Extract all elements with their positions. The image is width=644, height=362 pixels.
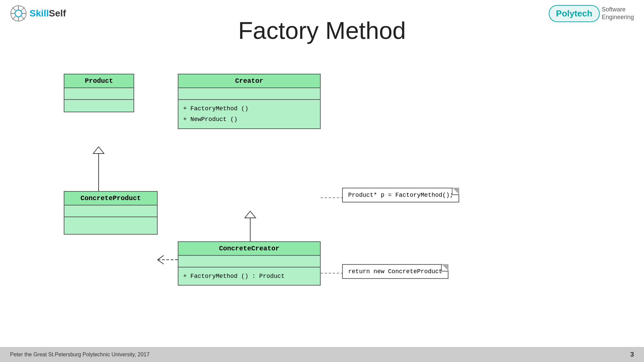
concrete-creator-header: ConcreteCreator [178,242,320,256]
svg-line-6 [12,7,16,11]
creator-class-attrs [178,88,320,100]
concrete-product-attrs [64,205,157,217]
concrete-creator-attrs [178,256,320,267]
svg-marker-13 [245,211,256,218]
product-class-methods [64,100,133,112]
page-title: Factory Method [0,17,644,44]
concrete-creator-methods: + FactoryMethod () : Product [178,267,320,285]
product-class-attrs [64,88,133,100]
footer-page-number: 3 [630,351,634,358]
concrete-creator-class: ConcreteCreator + FactoryMethod () : Pro… [178,241,321,286]
concrete-product-class: ConcreteProduct [64,191,158,235]
svg-marker-11 [93,147,104,154]
footer-copyright: Peter the Great St.Petersburg Polytechni… [10,352,150,358]
product-class: Product [64,74,134,112]
concrete-product-header: ConcreteProduct [64,192,157,205]
concrete-product-methods [64,217,157,234]
note-return-concrete: return new ConcreteProduct [342,264,448,279]
uml-diagram: Product Creator + FactoryMethod ()+ NewP… [27,67,463,228]
note-factory-method: Product* p = FactoryMethod(); [342,188,459,202]
footer: Peter the Great St.Petersburg Polytechni… [0,347,644,362]
product-class-header: Product [64,74,133,88]
creator-class-methods: + FactoryMethod ()+ NewProduct () [178,100,320,128]
svg-point-1 [15,10,22,17]
creator-class: Creator + FactoryMethod ()+ NewProduct (… [178,74,321,129]
creator-class-header: Creator [178,74,320,88]
svg-line-8 [21,7,24,11]
